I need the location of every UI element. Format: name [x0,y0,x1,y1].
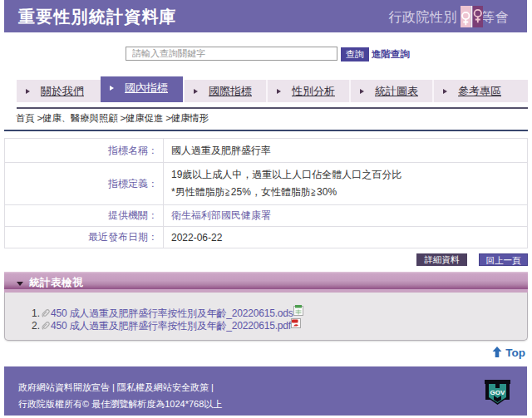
svg-text:GOV: GOV [490,389,505,396]
